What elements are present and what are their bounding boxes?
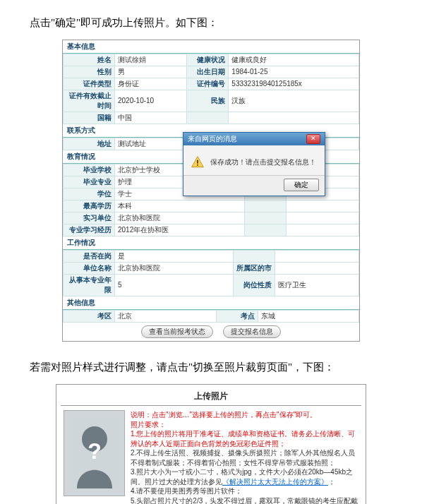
dialog-ok-button[interactable]: 确定 <box>284 179 319 191</box>
field-label: 证件类型 <box>64 78 115 90</box>
field-value <box>286 212 358 224</box>
upload-description: 说明：点击"浏览…"选择要上传的照片，再点击"保存"即可。 照片要求： 1.您上… <box>131 410 358 504</box>
field-label <box>244 200 286 212</box>
field-value <box>286 224 358 236</box>
upload-panel: 上传照片 ? 说明：点击"浏览…"选择要上传的照片，再点击"保存"即可。 照片要… <box>56 384 366 504</box>
field-label: 地址 <box>64 138 115 150</box>
person-placeholder-icon: ? <box>70 418 119 488</box>
field-value: 北京协和医院 <box>115 212 245 224</box>
field-label <box>244 212 286 224</box>
field-label: 是否在岗 <box>64 251 115 263</box>
upload-intro: 说明：点击"浏览…"选择要上传的照片，再点击"保存"即可。 <box>131 410 358 420</box>
field-label: 证件有效截止时间 <box>64 90 115 112</box>
view-status-button[interactable]: 查看当前报考状态 <box>141 325 213 338</box>
screenshot-form: 基本信息 姓名测试徐娟健康状况健康或良好性别男出生日期1984-01-25证件类… <box>8 40 414 342</box>
req-3: 3.照片大小为一寸或小二寸，格式为jpg，文件大小必须在20kb—45kb之间。… <box>131 467 358 486</box>
req-3b: ； <box>328 478 335 486</box>
field-value <box>275 251 358 263</box>
form-button-row: 查看当前报考状态 提交报名信息 <box>63 323 359 341</box>
field-value <box>286 200 358 212</box>
field-value: 北京协和医院 <box>115 263 234 275</box>
field-value: 健康或良好 <box>229 54 359 66</box>
field-label: 性别 <box>64 66 115 78</box>
dialog-close-button[interactable]: ✕ <box>306 134 320 144</box>
field-label <box>244 224 286 236</box>
field-value: 本科 <box>115 200 245 212</box>
field-label <box>233 251 275 263</box>
field-value: 东城 <box>258 311 359 323</box>
field-label: 学位 <box>64 188 115 200</box>
field-label <box>187 112 229 124</box>
message-dialog: 来自网页的消息 ✕ 保存成功！请点击提交报名信息！ 确定 <box>183 132 325 196</box>
field-value: 医疗卫生 <box>275 275 358 296</box>
avatar-placeholder: ? <box>64 410 125 496</box>
field-label: 实习单位 <box>64 212 115 224</box>
upload-title: 上传照片 <box>61 389 361 406</box>
section-other: 其他信息 <box>63 296 359 310</box>
field-value: 53332319840125185x <box>229 78 359 90</box>
field-label: 所属区的市 <box>233 263 275 275</box>
field-label: 证件编号 <box>187 78 229 90</box>
field-value: 5 <box>115 275 234 296</box>
field-label: 民族 <box>187 90 229 112</box>
field-label: 国籍 <box>64 112 115 124</box>
field-value: 北京 <box>115 311 217 323</box>
form-panel: 基本信息 姓名测试徐娟健康状况健康或良好性别男出生日期1984-01-25证件类… <box>62 40 360 342</box>
dialog-title-text: 来自网页的消息 <box>188 134 237 144</box>
field-label: 最高学历 <box>64 200 115 212</box>
field-label: 出生日期 <box>187 66 229 78</box>
para-crop-switch: 若需对照片样式进行调整，请点击"切换至照片裁剪页面"，下图： <box>8 359 414 376</box>
submit-info-button[interactable]: 提交报名信息 <box>223 325 281 338</box>
field-value: 身份证 <box>115 78 187 90</box>
table-basic: 姓名测试徐娟健康状况健康或良好性别男出生日期1984-01-25证件类型身份证证… <box>63 54 359 124</box>
table-other: 考区北京考点东城 <box>63 310 359 323</box>
dialog-body: 保存成功！请点击提交报名信息！ <box>183 145 325 175</box>
field-label: 毕业专业 <box>64 176 115 188</box>
para-upload-success: 点击"确定"即可成功上传照片。如下图： <box>8 14 414 31</box>
svg-rect-1 <box>197 160 198 164</box>
dialog-footer: 确定 <box>183 175 325 196</box>
field-value: 汉族 <box>229 90 359 112</box>
req-1: 1.您上传的照片将用于准考证、成绩单和资格证书。请务必上传清晰、可辨认的本人近期… <box>131 429 358 448</box>
field-value: 是 <box>115 251 234 263</box>
field-value: 2020-10-10 <box>115 90 187 112</box>
section-basic: 基本信息 <box>63 40 359 54</box>
field-label: 考区 <box>64 311 115 323</box>
svg-rect-2 <box>197 164 198 166</box>
field-value: 男 <box>115 66 187 78</box>
oversize-solution-link[interactable]: 《解决照片太大无法上传的方案》 <box>222 478 328 486</box>
req-heading: 照片要求： <box>131 420 358 430</box>
dialog-titlebar: 来自网页的消息 ✕ <box>183 133 325 145</box>
field-label: 单位名称 <box>64 263 115 275</box>
field-label: 姓名 <box>64 54 115 66</box>
field-value <box>229 112 359 124</box>
req-4: 4.请不要使用美图秀秀等图片软件； <box>131 486 358 496</box>
field-label: 专业学习经历 <box>64 224 115 236</box>
field-label: 毕业学校 <box>64 164 115 176</box>
warning-icon <box>191 155 205 169</box>
field-value: 中国 <box>115 112 187 124</box>
field-label: 岗位性质 <box>233 275 275 296</box>
req-5: 5.头部占照片尺寸的2/3，头发不得过眉，露双耳，常戴眼镜的考生应配戴眼镜，不得… <box>131 496 358 505</box>
table-work: 是否在岗是单位名称北京协和医院所属区的市从事本专业年限5岗位性质医疗卫生 <box>63 250 359 296</box>
screenshot-upload: 上传照片 ? 说明：点击"浏览…"选择要上传的照片，再点击"保存"即可。 照片要… <box>8 384 414 504</box>
section-work: 工作情况 <box>63 236 359 250</box>
field-label: 从事本专业年限 <box>64 275 115 296</box>
field-value: 测试徐娟 <box>115 54 187 66</box>
field-value: 2012年在协和医 <box>115 224 245 236</box>
field-label: 健康状况 <box>187 54 229 66</box>
svg-text:?: ? <box>88 438 102 464</box>
field-value <box>275 263 358 275</box>
field-label: 考点 <box>216 311 258 323</box>
dialog-message: 保存成功！请点击提交报名信息！ <box>210 157 316 167</box>
field-value: 1984-01-25 <box>229 66 359 78</box>
req-2: 2.不得上传生活照、视频捕捉、摄像头所摄照片；除军人外其他报名人员不得着制式服装… <box>131 448 358 467</box>
